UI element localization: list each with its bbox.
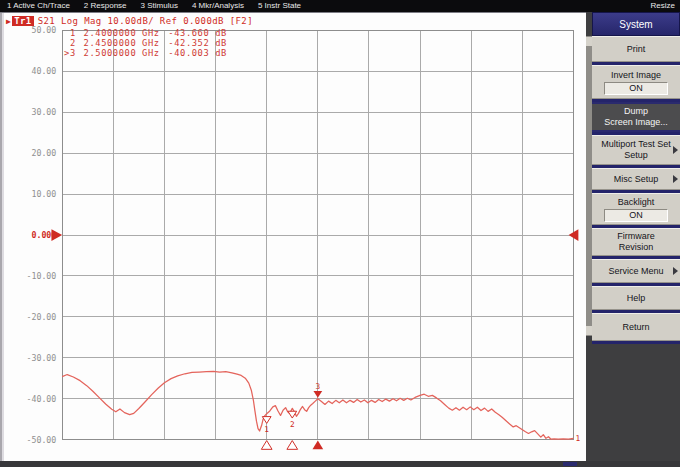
softkey-print-label: Print	[627, 44, 646, 55]
menu-item-5[interactable]: 5 Instr State	[251, 0, 308, 12]
instrument-display: 50.0040.0030.0020.0010.000.000-10.00-20.…	[0, 12, 586, 461]
softkey-dump-screen-image-label: Dump	[624, 106, 648, 117]
marker-1-number: 1	[264, 425, 269, 434]
softkey-misc-setup-label: Misc Setup	[614, 174, 659, 185]
marker-table-frequency: 2.5000000 GHz	[84, 48, 160, 58]
marker-table-frequency: 2.4000000 GHz	[84, 28, 160, 38]
submenu-arrow-icon	[673, 146, 678, 154]
bottom-bar-chip	[563, 462, 577, 466]
softkey-buttons: PrintInvert ImageONDumpScreen Image...Mu…	[592, 36, 680, 344]
softkey-dump-screen-image-label: Screen Image...	[604, 117, 668, 128]
softkey-invert-image-state: ON	[604, 82, 668, 95]
menu-items: 1 Active Ch/Trace2 Response3 Stimulus4 M…	[0, 0, 308, 12]
softkey-service-menu[interactable]: Service Menu	[592, 259, 680, 283]
softkey-multiport-test-set-setup-label: Setup	[624, 150, 648, 161]
marker-3-number: 3	[315, 382, 320, 391]
softkey-menu-title: System	[592, 12, 680, 36]
top-menu-bar: 1 Active Ch/Trace2 Response3 Stimulus4 M…	[0, 0, 680, 12]
softkey-multiport-test-set-setup-label: Multiport Test Set	[601, 139, 670, 150]
submenu-arrow-icon	[673, 175, 678, 183]
marker-table-number: 2	[70, 38, 76, 48]
marker-table-number: 1	[70, 28, 76, 38]
softkey-separator	[592, 341, 680, 344]
softkey-firmware-revision-label: Revision	[619, 242, 654, 253]
trace-number-badge[interactable]: Tr1	[12, 16, 33, 26]
softkey-firmware-revision[interactable]: FirmwareRevision	[592, 228, 680, 256]
trace-format-text: S21 Log Mag 10.00dB/ Ref 0.000dB [F2]	[38, 16, 253, 26]
softkey-service-menu-label: Service Menu	[608, 266, 663, 277]
y-axis-tick-label: 10.00	[31, 189, 56, 199]
softkey-print[interactable]: Print	[592, 36, 680, 62]
ref-level-marker-left[interactable]	[51, 229, 62, 241]
active-trace-arrow-icon: ▶	[6, 17, 11, 26]
marker-table-value: -43.660 dB	[168, 28, 227, 38]
menu-item-3[interactable]: 3 Stimulus	[134, 0, 185, 12]
softkey-backlight-state: ON	[604, 209, 668, 222]
resize-button[interactable]: Resize	[646, 0, 680, 12]
y-axis-tick-label: 40.00	[31, 66, 56, 76]
marker-1-stimulus[interactable]	[261, 441, 272, 450]
trace-info-bar: ▶ Tr1 S21 Log Mag 10.00dB/ Ref 0.000dB […	[6, 16, 253, 26]
softkey-multiport-test-set-setup[interactable]: Multiport Test SetSetup	[592, 135, 680, 165]
softkey-firmware-revision-label: Firmware	[617, 231, 655, 242]
softkey-panel: System PrintInvert ImageONDumpScreen Ima…	[586, 12, 680, 461]
marker-1-symbol[interactable]	[262, 417, 271, 424]
y-axis-tick-label: -20.00	[26, 312, 56, 322]
softkey-return-label: Return	[622, 322, 649, 333]
marker-table-frequency: 2.4500000 GHz	[84, 38, 160, 48]
softkey-help[interactable]: Help	[592, 286, 680, 310]
y-axis-tick-label: 50.00	[31, 25, 56, 35]
menu-item-1[interactable]: 1 Active Ch/Trace	[0, 0, 77, 12]
softkey-help-label: Help	[627, 293, 646, 304]
marker-table-value: -40.003 dB	[168, 48, 227, 58]
y-axis-tick-label: -40.00	[26, 394, 56, 404]
marker-table-value: -42.352 dB	[168, 38, 227, 48]
s21-graph: 50.0040.0030.0020.0010.000.000-10.00-20.…	[0, 13, 586, 462]
y-axis-tick-label: -10.00	[26, 271, 56, 281]
softkey-return[interactable]: Return	[592, 313, 680, 341]
trace-end-number: 1	[575, 434, 580, 443]
softkey-backlight[interactable]: BacklightON	[592, 193, 680, 225]
marker-3-symbol[interactable]	[313, 391, 322, 398]
y-axis-tick-label: -50.00	[26, 435, 56, 445]
softkey-invert-image[interactable]: Invert ImageON	[592, 65, 680, 99]
softkey-backlight-label: Backlight	[618, 197, 655, 208]
softkey-dump-screen-image[interactable]: DumpScreen Image...	[592, 102, 680, 132]
y-axis-tick-label: 20.00	[31, 148, 56, 158]
marker-table-number: >3	[64, 48, 76, 58]
softkey-misc-setup[interactable]: Misc Setup	[592, 168, 680, 190]
menu-item-4[interactable]: 4 Mkr/Analysis	[185, 0, 251, 12]
marker-2-stimulus[interactable]	[287, 441, 298, 450]
y-axis-tick-label: -30.00	[26, 353, 56, 363]
marker-3-stimulus[interactable]	[312, 441, 323, 450]
y-axis-tick-label: 30.00	[31, 107, 56, 117]
menu-item-2[interactable]: 2 Response	[77, 0, 134, 12]
marker-2-number: 2	[290, 420, 295, 429]
bottom-status-bar	[0, 461, 680, 467]
submenu-arrow-icon	[673, 267, 678, 275]
softkey-invert-image-label: Invert Image	[611, 70, 661, 81]
